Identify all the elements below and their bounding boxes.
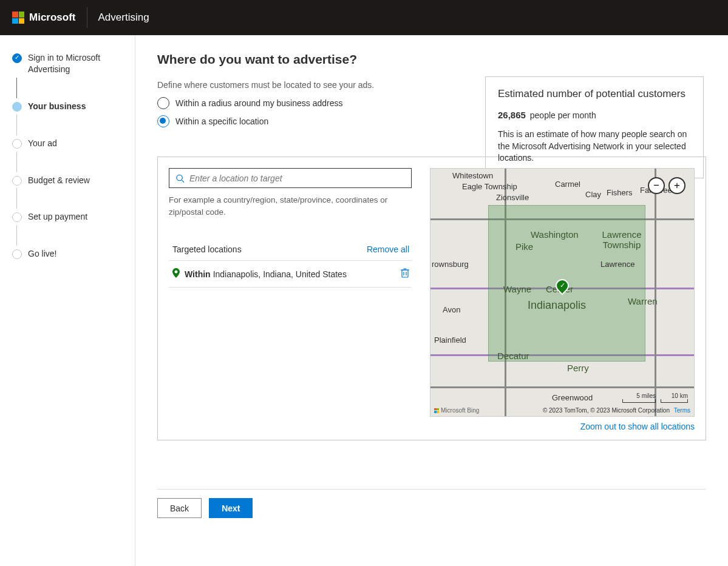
zoom-out-all-link[interactable]: Zoom out to show all locations [430, 422, 695, 431]
map-label: Eagle Township [462, 182, 517, 191]
map-label: Washington [531, 229, 579, 240]
map-label: Fishers [607, 188, 633, 197]
step-sign-in[interactable]: Sign in to Microsoft Advertising [12, 52, 135, 75]
location-search-box[interactable] [169, 168, 412, 188]
trash-icon [401, 268, 409, 278]
step-go-live[interactable]: Go live! [12, 248, 135, 260]
radio-specific-label: Within a specific location [175, 116, 268, 126]
map-label-indianapolis: Indianapolis [528, 299, 586, 312]
estimate-title: Estimated number of potential customers [498, 88, 691, 100]
map-label: Wayne [503, 284, 531, 294]
zoom-out-button[interactable]: − [648, 177, 665, 194]
future-step-icon [12, 176, 22, 186]
footer-actions: Back Next [157, 489, 706, 518]
radio-icon [157, 115, 169, 127]
back-button[interactable]: Back [157, 498, 202, 518]
map-label: Perry [567, 363, 589, 373]
remove-all-link[interactable]: Remove all [367, 244, 409, 254]
estimate-description: This is an estimate of how many people s… [498, 129, 691, 164]
search-icon [175, 174, 185, 183]
targeted-location-row: Within Indianapolis, Indiana, United Sta… [169, 261, 412, 288]
header-divider [87, 7, 87, 28]
map[interactable]: Whitestown Eagle Township Zionsville Car… [430, 168, 695, 417]
step-set-up-payment[interactable]: Set up payment [12, 211, 135, 223]
svg-rect-2 [402, 270, 408, 277]
future-step-icon [12, 249, 22, 259]
map-attribution: © 2023 TomTom, © 2023 Microsoft Corporat… [543, 407, 690, 414]
sidebar: Sign in to Microsoft Advertising Your bu… [0, 35, 135, 566]
map-label: Greenwood [552, 393, 593, 402]
pin-icon [172, 268, 180, 280]
map-label: Zionsville [496, 193, 529, 202]
estimate-count: 26,865 [498, 110, 526, 120]
connector [16, 115, 17, 135]
delete-location-button[interactable] [401, 268, 409, 280]
main-content: Where do you want to advertise? Define w… [135, 35, 728, 566]
location-panel: For example a country/region, state/prov… [157, 157, 706, 440]
map-scale: 5 miles 10 km [622, 392, 688, 403]
radio-radius-label: Within a radius around my business addre… [175, 98, 342, 108]
location-prefix: Within [185, 269, 211, 279]
step-your-ad[interactable]: Your ad [12, 138, 135, 149]
future-step-icon [12, 139, 22, 149]
location-search-input[interactable] [189, 174, 405, 183]
search-example-text: For example a country/region, state/prov… [169, 194, 412, 218]
map-label: Avon [443, 305, 460, 314]
page-title: Where do you want to advertise? [157, 52, 706, 67]
connector [16, 225, 17, 246]
estimate-panel: Estimated number of potential customers … [485, 76, 704, 178]
map-label: Decatur [497, 351, 529, 361]
map-label: Warren [628, 296, 658, 306]
header-bar: Microsoft Advertising [0, 0, 728, 35]
map-label: Clay [585, 190, 601, 199]
svg-line-1 [182, 180, 184, 182]
map-label: Whitestown [452, 171, 493, 180]
next-button[interactable]: Next [209, 498, 253, 518]
check-icon [12, 53, 22, 63]
location-text: Indianapolis, Indiana, United States [213, 269, 347, 279]
step-your-business[interactable]: Your business [12, 101, 135, 112]
targeted-heading: Targeted locations [172, 244, 242, 254]
map-label: Carmel [555, 180, 580, 189]
current-step-icon [12, 102, 22, 112]
connector [16, 78, 17, 98]
step-budget-review[interactable]: Budget & review [12, 175, 135, 186]
svg-point-0 [177, 175, 182, 180]
microsoft-logo-icon [12, 12, 24, 24]
product-label: Advertising [98, 12, 149, 24]
map-terms-link[interactable]: Terms [674, 407, 690, 414]
map-label: Lawrence Township [597, 229, 646, 250]
brand-label: Microsoft [29, 12, 76, 24]
zoom-in-button[interactable]: + [668, 177, 685, 194]
connector [16, 188, 17, 209]
map-label: Plainfield [434, 335, 466, 345]
connector [16, 152, 17, 172]
estimate-unit: people per month [530, 110, 596, 120]
map-provider-label: Microsoft Bing [434, 407, 479, 414]
map-label: rownsburg [432, 260, 469, 269]
radio-icon [157, 97, 169, 109]
map-label: Pike [515, 241, 533, 252]
future-step-icon [12, 212, 22, 222]
map-label: Lawrence [600, 260, 634, 269]
